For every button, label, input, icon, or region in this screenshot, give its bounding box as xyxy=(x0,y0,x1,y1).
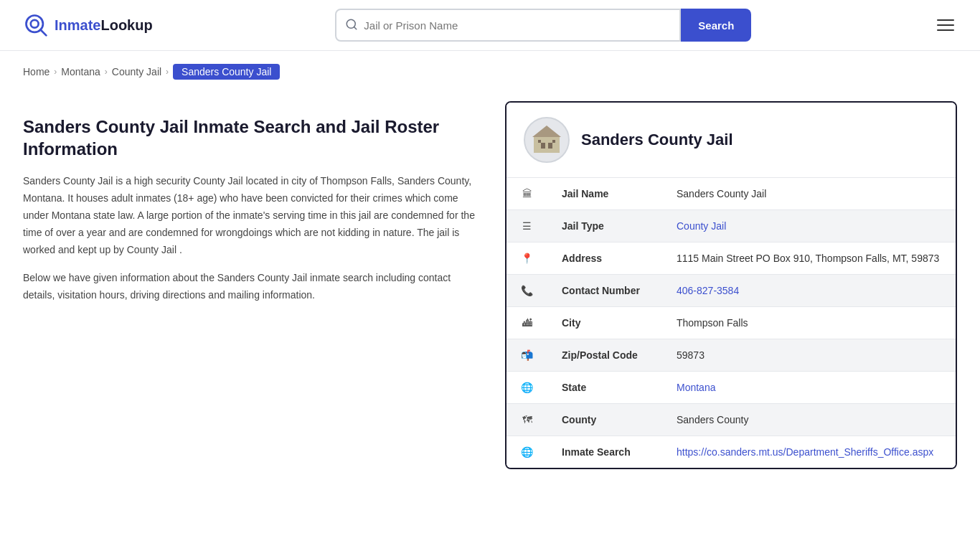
main-content: Sanders County Jail Inmate Search and Ja… xyxy=(0,87,980,498)
table-row: 🌐StateMontana xyxy=(507,372,956,404)
breadcrumb-current: Sanders County Jail xyxy=(173,64,280,80)
page-title: Sanders County Jail Inmate Search and Ja… xyxy=(23,116,482,160)
svg-line-2 xyxy=(40,29,46,35)
row-value: Sanders County xyxy=(662,404,956,436)
search-area: Search xyxy=(335,9,751,42)
row-link[interactable]: https://co.sanders.mt.us/Department_Sher… xyxy=(677,446,933,458)
row-label: City xyxy=(547,307,662,339)
hamburger-line-3 xyxy=(937,29,954,31)
row-value[interactable]: Montana xyxy=(662,372,956,404)
svg-rect-10 xyxy=(552,140,555,143)
row-value: 59873 xyxy=(662,339,956,372)
breadcrumb: Home › Montana › County Jail › Sanders C… xyxy=(0,51,980,87)
row-icon: ☰ xyxy=(507,210,547,242)
row-label: Contact Number xyxy=(547,275,662,307)
table-row: 🌐Inmate Searchhttps://co.sanders.mt.us/D… xyxy=(507,436,956,468)
search-icon xyxy=(345,18,358,33)
card-header: Sanders County Jail xyxy=(507,103,956,178)
search-button[interactable]: Search xyxy=(681,9,751,42)
page-description-2: Below we have given information about th… xyxy=(23,270,482,304)
logo-inmate: Inmate xyxy=(55,17,100,33)
row-value: Thompson Falls xyxy=(662,307,956,339)
row-value[interactable]: https://co.sanders.mt.us/Department_Sher… xyxy=(662,436,956,468)
hamburger-line-1 xyxy=(937,19,954,21)
row-value: Sanders County Jail xyxy=(662,178,956,210)
breadcrumb-chevron-1: › xyxy=(54,67,57,77)
svg-rect-7 xyxy=(541,143,545,149)
page-description-1: Sanders County Jail is a high security C… xyxy=(23,173,482,258)
table-row: 🗺CountySanders County xyxy=(507,404,956,436)
svg-rect-8 xyxy=(548,143,552,149)
row-label: Inmate Search xyxy=(547,436,662,468)
logo-icon xyxy=(23,12,49,38)
row-value[interactable]: 406-827-3584 xyxy=(662,275,956,307)
search-input[interactable] xyxy=(364,19,671,32)
table-row: 🏙CityThompson Falls xyxy=(507,307,956,339)
logo[interactable]: InmateLookup xyxy=(23,12,153,38)
logo-text: InmateLookup xyxy=(55,17,153,34)
svg-rect-9 xyxy=(538,140,541,143)
row-label: County xyxy=(547,404,662,436)
row-icon: 📬 xyxy=(507,339,547,372)
breadcrumb-chevron-3: › xyxy=(166,67,169,77)
header: InmateLookup Search xyxy=(0,0,980,51)
row-icon: 📞 xyxy=(507,275,547,307)
row-icon: 📍 xyxy=(507,242,547,275)
row-link[interactable]: County Jail xyxy=(677,220,726,232)
row-label: Zip/Postal Code xyxy=(547,339,662,372)
left-column: Sanders County Jail Inmate Search and Ja… xyxy=(23,101,482,316)
row-label: Jail Type xyxy=(547,210,662,242)
row-value[interactable]: County Jail xyxy=(662,210,956,242)
table-row: ☰Jail TypeCounty Jail xyxy=(507,210,956,242)
breadcrumb-home[interactable]: Home xyxy=(23,66,50,77)
row-link[interactable]: Montana xyxy=(677,382,715,393)
jail-avatar xyxy=(524,117,570,163)
row-label: State xyxy=(547,372,662,404)
info-table: 🏛Jail NameSanders County Jail☰Jail TypeC… xyxy=(507,178,956,468)
building-icon xyxy=(529,123,564,157)
table-row: 📞Contact Number406-827-3584 xyxy=(507,275,956,307)
table-row: 📬Zip/Postal Code59873 xyxy=(507,339,956,372)
svg-line-4 xyxy=(354,27,357,29)
row-icon: 🌐 xyxy=(507,372,547,404)
row-icon: 🗺 xyxy=(507,404,547,436)
breadcrumb-county-jail[interactable]: County Jail xyxy=(112,66,161,77)
table-row: 📍Address1115 Main Street PO Box 910, Tho… xyxy=(507,242,956,275)
row-icon: 🏙 xyxy=(507,307,547,339)
table-row: 🏛Jail NameSanders County Jail xyxy=(507,178,956,210)
breadcrumb-chevron-2: › xyxy=(105,67,108,77)
row-label: Jail Name xyxy=(547,178,662,210)
logo-lookup: Lookup xyxy=(100,17,152,33)
search-wrapper xyxy=(335,9,681,42)
hamburger-line-2 xyxy=(937,24,954,26)
row-value: 1115 Main Street PO Box 910, Thompson Fa… xyxy=(662,242,956,275)
row-icon: 🌐 xyxy=(507,436,547,468)
info-card: Sanders County Jail 🏛Jail NameSanders Co… xyxy=(505,101,957,469)
row-link[interactable]: 406-827-3584 xyxy=(677,285,739,296)
card-jail-name: Sanders County Jail xyxy=(581,131,733,149)
breadcrumb-montana[interactable]: Montana xyxy=(61,66,100,77)
svg-rect-11 xyxy=(545,137,548,140)
hamburger-menu-button[interactable] xyxy=(934,17,957,34)
svg-marker-6 xyxy=(532,126,561,137)
svg-point-1 xyxy=(31,20,39,28)
row-label: Address xyxy=(547,242,662,275)
row-icon: 🏛 xyxy=(507,178,547,210)
